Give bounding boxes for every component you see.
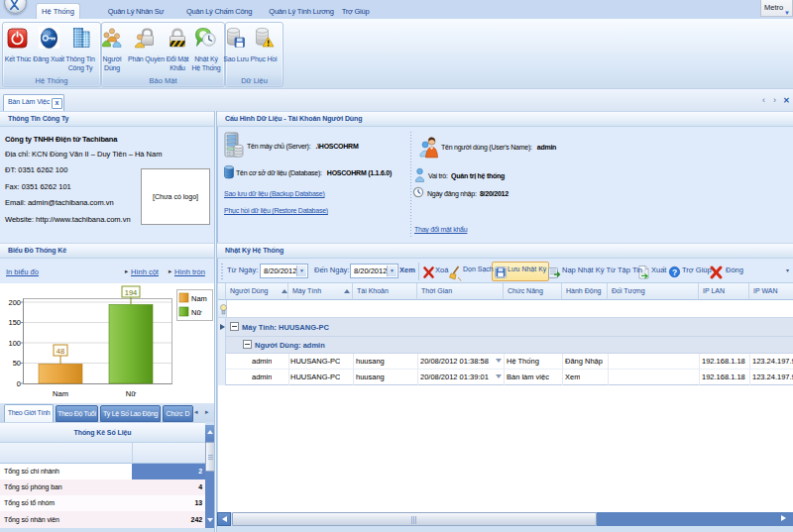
- svg-text:100: 100: [8, 339, 21, 348]
- svg-text:?: ?: [672, 267, 677, 277]
- svg-text:200: 200: [8, 298, 21, 307]
- svg-text:Nữ: Nữ: [191, 308, 201, 317]
- svg-text:48: 48: [57, 347, 64, 356]
- svg-text:50: 50: [13, 359, 21, 368]
- svg-text:Nam: Nam: [53, 389, 68, 398]
- svg-text:Nữ: Nữ: [126, 389, 136, 398]
- svg-text:0: 0: [17, 379, 21, 388]
- svg-text:Nam: Nam: [191, 294, 207, 303]
- svg-text:150: 150: [8, 318, 21, 327]
- svg-text:194: 194: [125, 288, 138, 297]
